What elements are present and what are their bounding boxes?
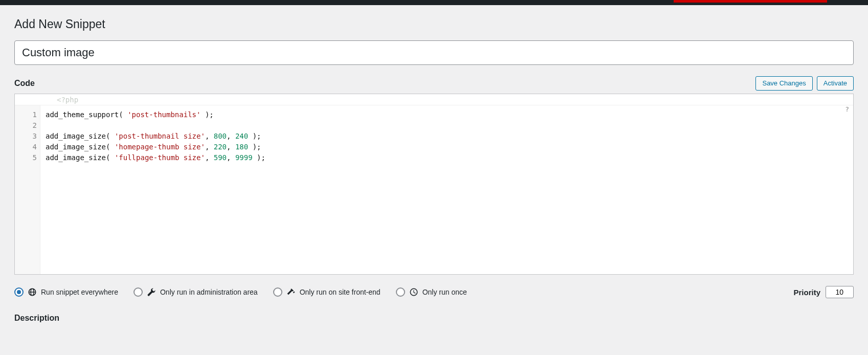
globe-icon <box>28 287 37 297</box>
code-line[interactable]: add_theme_support( 'post-thumbnails' ); <box>46 109 848 120</box>
hammer-icon <box>286 287 296 297</box>
radio-indicator[interactable] <box>133 287 143 297</box>
scope-option-admin[interactable]: Only run in administration area <box>133 287 258 297</box>
line-number: 1 <box>15 109 37 120</box>
line-number: 3 <box>15 131 37 142</box>
snippet-title-input[interactable] <box>14 40 854 65</box>
scope-option-label: Only run in administration area <box>160 288 258 296</box>
editor-help-icon[interactable]: ? <box>845 105 849 113</box>
code-line[interactable] <box>46 120 848 131</box>
priority-input[interactable] <box>826 286 854 298</box>
scope-option-label: Only run once <box>422 288 467 296</box>
code-line[interactable]: add_image_size( 'homepage-thumb size', 2… <box>46 142 848 152</box>
line-number: 5 <box>15 152 37 163</box>
php-open-tag-hint: <?php <box>15 94 853 105</box>
line-number: 4 <box>15 142 37 152</box>
scope-option-bar: Run snippet everywhereOnly run in admini… <box>14 286 854 298</box>
scope-option-once[interactable]: Only run once <box>396 287 467 297</box>
page-title: Add New Snippet <box>14 17 854 31</box>
scope-option-everywhere[interactable]: Run snippet everywhere <box>14 287 118 297</box>
top-bar-highlight <box>674 0 827 3</box>
code-line[interactable]: add_image_size( 'fullpage-thumb size', 5… <box>46 152 848 163</box>
code-section-heading: Code <box>14 79 35 88</box>
code-gutter: 12345 <box>15 105 40 274</box>
priority-label: Priority <box>793 288 820 297</box>
radio-indicator[interactable] <box>14 287 24 297</box>
code-editor[interactable]: <?php ? 12345 add_theme_support( 'post-t… <box>14 94 854 275</box>
line-number: 2 <box>15 120 37 131</box>
wrench-icon <box>147 287 156 297</box>
description-section-heading: Description <box>14 314 854 323</box>
radio-indicator[interactable] <box>273 287 282 297</box>
scope-option-frontend[interactable]: Only run on site front-end <box>273 287 381 297</box>
activate-button[interactable]: Activate <box>817 76 854 91</box>
admin-top-bar <box>0 0 868 5</box>
save-changes-button[interactable]: Save Changes <box>755 76 812 91</box>
scope-option-label: Run snippet everywhere <box>41 288 118 296</box>
code-lines[interactable]: add_theme_support( 'post-thumbnails' );a… <box>40 105 853 274</box>
scope-option-label: Only run on site front-end <box>300 288 381 296</box>
clock-icon <box>409 287 418 297</box>
radio-indicator[interactable] <box>396 287 405 297</box>
code-line[interactable]: add_image_size( 'post-thumbnail size', 8… <box>46 131 848 142</box>
